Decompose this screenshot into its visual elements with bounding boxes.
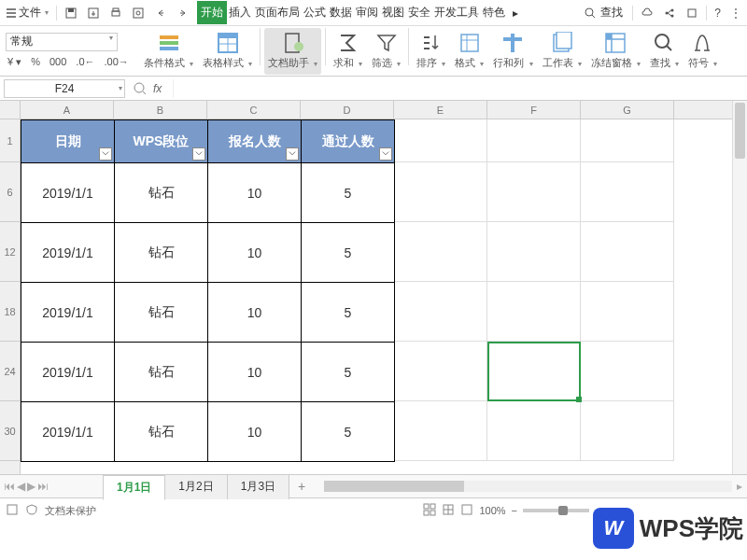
view-layout-button[interactable]	[460, 503, 473, 518]
empty-cell[interactable]	[394, 401, 487, 461]
col-header-G[interactable]: G	[581, 101, 674, 119]
filter-dropdown-button[interactable]	[192, 147, 205, 161]
menu-tab-9[interactable]: 特色	[481, 1, 507, 24]
zoom-value[interactable]: 100%	[479, 505, 505, 516]
empty-cell[interactable]	[581, 401, 674, 461]
row-header-18[interactable]: 18	[0, 282, 20, 342]
redo-button[interactable]	[173, 5, 193, 21]
name-box[interactable]: F24 ▾	[4, 79, 125, 98]
table-header[interactable]: 日期	[21, 120, 115, 163]
hscroll-right-button[interactable]: ▸	[732, 480, 747, 493]
cloud-button[interactable]	[637, 5, 657, 21]
col-header-D[interactable]: D	[301, 101, 394, 119]
menu-tab-5[interactable]: 审阅	[354, 1, 380, 24]
protect-icon[interactable]	[26, 504, 37, 517]
col-header-F[interactable]: F	[487, 101, 581, 119]
table-header[interactable]: 通过人数	[302, 120, 395, 163]
vertical-scrollbar-thumb[interactable]	[735, 103, 745, 159]
empty-cell[interactable]	[487, 222, 581, 282]
row-header-1[interactable]: 1	[0, 119, 20, 162]
help-button[interactable]: ?	[711, 5, 725, 21]
formula-input[interactable]	[173, 79, 743, 98]
col-header-A[interactable]: A	[21, 101, 114, 119]
increase-decimal-button[interactable]: .00→	[103, 55, 131, 69]
menu-tab-2[interactable]: 页面布局	[253, 1, 302, 24]
ribbon-filter[interactable]: 筛选 ▾	[368, 28, 404, 75]
vertical-scrollbar[interactable]	[732, 101, 747, 474]
ribbon-tablestyle[interactable]: 表格样式 ▾	[199, 28, 256, 75]
filter-dropdown-button[interactable]	[99, 147, 112, 161]
sheet-tab-2[interactable]: 1月3日	[227, 474, 289, 499]
empty-cell[interactable]	[487, 401, 581, 461]
filter-dropdown-button[interactable]	[286, 147, 299, 161]
add-sheet-button[interactable]: +	[289, 475, 315, 497]
zoom-slider[interactable]	[523, 509, 598, 512]
table-cell[interactable]: 5	[302, 343, 395, 402]
empty-cell[interactable]	[487, 162, 581, 222]
zoom-out-button[interactable]: −	[512, 505, 517, 516]
app-menu-button[interactable]: 文件 ▾	[2, 3, 52, 22]
ribbon-sheet[interactable]: 工作表 ▾	[539, 28, 585, 75]
table-cell[interactable]: 2019/1/1	[21, 343, 115, 402]
table-header[interactable]: 报名人数	[208, 120, 302, 163]
share-button[interactable]	[659, 5, 680, 21]
select-all-corner[interactable]	[0, 101, 21, 119]
ribbon-find[interactable]: 查找 ▾	[646, 28, 683, 75]
empty-cell[interactable]	[394, 222, 487, 282]
filter-dropdown-button[interactable]	[379, 147, 392, 161]
table-cell[interactable]: 2019/1/1	[21, 163, 115, 223]
menu-overflow[interactable]: ▸	[509, 5, 522, 21]
ribbon-format[interactable]: 格式 ▾	[451, 28, 487, 75]
empty-cell[interactable]	[394, 342, 487, 401]
ribbon-freeze[interactable]: 冻结窗格 ▾	[587, 28, 644, 75]
more-button[interactable]: ⋮	[726, 5, 745, 21]
table-cell[interactable]: 5	[302, 283, 395, 343]
table-cell[interactable]: 10	[208, 283, 302, 343]
table-cell[interactable]: 钻石	[115, 402, 208, 462]
row-header-6[interactable]: 6	[0, 162, 20, 222]
ribbon-symbol[interactable]: 符号 ▾	[684, 28, 721, 75]
undo-button[interactable]	[150, 5, 171, 21]
view-page-button[interactable]	[442, 503, 455, 518]
search-label[interactable]: 查找	[600, 5, 623, 21]
col-header-C[interactable]: C	[207, 101, 301, 119]
save-as-button[interactable]	[83, 5, 104, 21]
table-cell[interactable]: 5	[302, 163, 395, 223]
sheet-first-button[interactable]: ⏮	[4, 480, 15, 493]
empty-cell[interactable]	[487, 282, 581, 342]
fx-label[interactable]: fx	[153, 82, 162, 95]
col-header-E[interactable]: E	[394, 101, 487, 119]
empty-cell[interactable]	[581, 222, 674, 282]
percent-button[interactable]: %	[29, 55, 42, 69]
empty-cell[interactable]	[394, 162, 487, 222]
currency-button[interactable]: ¥ ▾	[6, 55, 23, 69]
sheet-last-button[interactable]: ⏭	[37, 480, 49, 493]
view-normal-button[interactable]	[423, 503, 436, 518]
decrease-decimal-button[interactable]: .0←	[74, 55, 96, 69]
empty-cell[interactable]	[581, 342, 674, 401]
table-cell[interactable]: 2019/1/1	[21, 402, 115, 462]
empty-cell[interactable]	[394, 119, 487, 162]
menu-tab-1[interactable]: 插入	[227, 1, 253, 24]
sheet-next-button[interactable]: ▶	[27, 480, 35, 493]
horizontal-scrollbar-thumb[interactable]	[324, 481, 464, 492]
table-cell[interactable]: 10	[208, 163, 302, 223]
save-button[interactable]	[61, 5, 81, 21]
zoom-fx-icon[interactable]	[133, 81, 148, 96]
row-header-30[interactable]: 30	[0, 401, 20, 461]
menu-tab-7[interactable]: 安全	[406, 1, 432, 24]
thousands-button[interactable]: 000	[48, 55, 68, 69]
menu-tab-8[interactable]: 开发工具	[432, 1, 481, 24]
print-button[interactable]	[106, 5, 126, 21]
edit-mode-icon[interactable]	[6, 503, 19, 518]
ribbon-rowcol[interactable]: 行和列 ▾	[489, 28, 536, 75]
table-cell[interactable]: 5	[302, 223, 395, 283]
ribbon-dochelper[interactable]: 文档助手 ▾	[264, 28, 321, 75]
table-cell[interactable]: 钻石	[115, 343, 208, 402]
sheet-tab-0[interactable]: 1月1日	[103, 475, 165, 500]
empty-cell[interactable]	[487, 119, 581, 162]
table-header[interactable]: WPS段位	[115, 120, 208, 163]
sheet-tab-1[interactable]: 1月2日	[164, 474, 227, 499]
ribbon-cond[interactable]: 条件格式 ▾	[140, 28, 197, 75]
table-cell[interactable]: 2019/1/1	[21, 223, 115, 283]
